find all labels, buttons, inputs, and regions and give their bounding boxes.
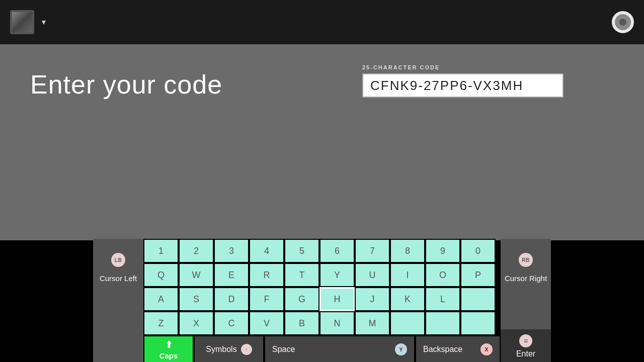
key-j[interactable]: J — [355, 287, 390, 311]
avatar-icon[interactable] — [10, 10, 34, 34]
key-1[interactable]: 1 — [143, 239, 179, 263]
key-m[interactable]: M — [355, 311, 390, 335]
key-c[interactable]: C — [214, 311, 249, 335]
bottom-row: ⬆ Caps Symbols ↑ Space Y Backspace X — [143, 335, 501, 362]
key-4[interactable]: 4 — [249, 239, 284, 263]
caps-button[interactable]: ⬆ Caps — [143, 335, 194, 362]
key-8[interactable]: 8 — [390, 239, 425, 263]
x-badge: X — [480, 343, 493, 355]
y-badge: Y — [395, 343, 407, 355]
code-input[interactable] — [362, 73, 564, 98]
key-empty1[interactable] — [390, 311, 425, 335]
key-h[interactable]: H — [319, 287, 355, 311]
page-title: Enter your code — [30, 69, 222, 100]
profile-icon[interactable] — [612, 11, 634, 33]
key-semicolon[interactable] — [460, 287, 496, 311]
key-z[interactable]: Z — [143, 311, 179, 335]
keys-wrapper: 1 2 3 4 5 6 7 8 9 0 Q W E R T Y U I — [143, 239, 501, 362]
key-w[interactable]: W — [179, 263, 214, 287]
symbols-badge: ↑ — [241, 344, 252, 355]
key-d[interactable]: D — [214, 287, 249, 311]
keyboard-container: LB Cursor Left 1 2 3 4 5 6 7 8 9 0 Q W — [93, 239, 551, 362]
key-5[interactable]: 5 — [284, 239, 319, 263]
avatar-pixels — [12, 12, 32, 32]
code-input-area: 25-CHARACTER CODE — [362, 64, 564, 98]
key-f[interactable]: F — [249, 287, 284, 311]
key-a[interactable]: A — [143, 287, 179, 311]
key-u[interactable]: U — [355, 263, 390, 287]
key-row-numbers: 1 2 3 4 5 6 7 8 9 0 — [143, 239, 501, 263]
key-g[interactable]: G — [284, 287, 319, 311]
key-p[interactable]: P — [460, 263, 496, 287]
key-b[interactable]: B — [284, 311, 319, 335]
key-9[interactable]: 9 — [425, 239, 460, 263]
topbar: ▼ — [0, 0, 644, 44]
code-label: 25-CHARACTER CODE — [362, 64, 564, 70]
enter-button[interactable]: ≡ Enter — [516, 334, 535, 358]
cursor-left-label: Cursor Left — [100, 274, 137, 283]
key-y[interactable]: Y — [319, 263, 355, 287]
symbols-button[interactable]: Symbols ↑ — [194, 335, 264, 362]
cursor-left-panel: LB Cursor Left — [93, 239, 143, 362]
key-row-a: A S D F G H J K L — [143, 287, 501, 311]
key-l[interactable]: L — [425, 287, 460, 311]
key-o[interactable]: O — [425, 263, 460, 287]
topbar-left: ▼ — [10, 10, 47, 34]
caps-label: Caps — [159, 351, 178, 360]
main-area: Enter your code 25-CHARACTER CODE — [0, 44, 644, 240]
key-s[interactable]: S — [179, 287, 214, 311]
backspace-label: Backspace — [423, 345, 462, 354]
backspace-button[interactable]: Backspace X — [415, 335, 501, 362]
key-2[interactable]: 2 — [179, 239, 214, 263]
space-button[interactable]: Space Y — [264, 335, 415, 362]
profile-icon-inner — [615, 14, 631, 30]
key-i[interactable]: I — [390, 263, 425, 287]
key-7[interactable]: 7 — [355, 239, 390, 263]
cursor-right-panel: RB Cursor Right — [501, 239, 551, 329]
key-x[interactable]: X — [179, 311, 214, 335]
caps-icon: ⬆ — [165, 339, 173, 350]
right-panel: ≡ Enter — [501, 329, 551, 362]
key-v[interactable]: V — [249, 311, 284, 335]
keyboard-area: LB Cursor Left 1 2 3 4 5 6 7 8 9 0 Q W — [0, 240, 644, 362]
lb-badge: LB — [111, 253, 125, 267]
cursor-right-label: Cursor Right — [505, 274, 547, 283]
key-t[interactable]: T — [284, 263, 319, 287]
space-label: Space — [272, 345, 295, 354]
key-e[interactable]: E — [214, 263, 249, 287]
enter-label: Enter — [516, 349, 535, 358]
dropdown-arrow-icon[interactable]: ▼ — [40, 18, 47, 26]
key-r[interactable]: R — [249, 263, 284, 287]
key-n[interactable]: N — [319, 311, 355, 335]
key-0[interactable]: 0 — [460, 239, 496, 263]
key-row-q: Q W E R T Y U I O P — [143, 263, 501, 287]
menu-badge-icon: ≡ — [519, 334, 532, 347]
key-q[interactable]: Q — [143, 263, 179, 287]
key-empty2[interactable] — [425, 311, 460, 335]
symbols-label: Symbols — [206, 345, 236, 354]
key-k[interactable]: K — [390, 287, 425, 311]
key-row-z: Z X C V B N M — [143, 311, 501, 335]
rb-badge: RB — [519, 253, 533, 267]
key-empty3[interactable] — [460, 311, 496, 335]
key-6[interactable]: 6 — [319, 239, 355, 263]
key-3[interactable]: 3 — [214, 239, 249, 263]
